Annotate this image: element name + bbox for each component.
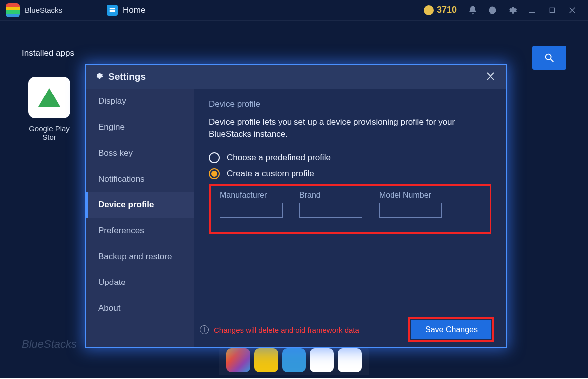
app-name: BlueStacks [25, 6, 62, 14]
svg-point-0 [489, 6, 496, 14]
brand-input[interactable] [299, 203, 362, 218]
manufacturer-label: Manufacturer [220, 191, 283, 200]
dock [219, 345, 369, 375]
warning-row: i Changes will delete android framework … [200, 325, 359, 334]
custom-profile-fields-highlight: Manufacturer Brand Model Number [209, 184, 491, 234]
dock-item[interactable] [282, 348, 306, 372]
app-label: Google Play Stor [22, 124, 77, 141]
dock-item[interactable] [310, 348, 334, 372]
bluestacks-logo-icon [6, 3, 20, 17]
section-title: Device profile [209, 99, 491, 109]
info-icon: i [200, 325, 209, 334]
svg-rect-2 [550, 8, 554, 12]
sidebar-item-about[interactable]: About [86, 295, 194, 321]
bell-icon[interactable] [468, 5, 478, 15]
search-button[interactable] [532, 46, 566, 70]
content-footer: i Changes will delete android framework … [197, 317, 503, 342]
sidebar-item-display[interactable]: Display [86, 89, 194, 114]
modal-header: Settings [86, 65, 506, 89]
sidebar-item-boss-key[interactable]: Boss key [86, 140, 194, 166]
section-description: Device profile lets you set up a device … [209, 116, 491, 140]
globe-icon[interactable] [488, 5, 497, 15]
svg-point-5 [546, 54, 551, 60]
manufacturer-input[interactable] [220, 203, 283, 218]
search-icon [544, 52, 555, 63]
sidebar-item-engine[interactable]: Engine [86, 114, 194, 140]
model-number-input[interactable] [379, 203, 442, 218]
close-window-icon[interactable] [567, 5, 577, 15]
sidebar-item-backup-restore[interactable]: Backup and restore [86, 244, 194, 270]
radio-icon-selected [209, 168, 220, 179]
dock-item[interactable] [338, 348, 362, 372]
radio-label: Create a custom profile [227, 169, 314, 179]
gear-icon [95, 71, 103, 82]
svg-line-6 [551, 59, 554, 62]
warning-text: Changes will delete android framework da… [214, 326, 359, 334]
close-icon[interactable] [485, 70, 497, 83]
home-icon [107, 5, 118, 16]
brand-label: Brand [299, 191, 362, 200]
model-number-label: Model Number [379, 191, 442, 200]
radio-predefined-profile[interactable]: Choose a predefined profile [209, 152, 491, 163]
coin-counter[interactable]: 3710 [424, 5, 457, 15]
settings-modal: Settings Display Engine Boss key Notific… [85, 64, 507, 348]
sidebar-item-preferences[interactable]: Preferences [86, 218, 194, 244]
settings-content: Device profile Device profile lets you s… [194, 89, 506, 347]
titlebar: BlueStacks Home 3710 [0, 0, 588, 21]
dock-item[interactable] [254, 348, 278, 372]
sidebar-item-update[interactable]: Update [86, 270, 194, 295]
modal-title: Settings [108, 71, 146, 82]
sidebar-item-notifications[interactable]: Notifications [86, 166, 194, 192]
app-google-play-store[interactable]: Google Play Stor [22, 77, 77, 141]
tab-home-label: Home [123, 5, 145, 15]
save-changes-button[interactable]: Save Changes [411, 320, 491, 339]
coin-count: 3710 [437, 5, 457, 15]
settings-sidebar: Display Engine Boss key Notifications De… [86, 89, 194, 347]
radio-custom-profile[interactable]: Create a custom profile [209, 168, 491, 179]
installed-apps-label: Installed apps [22, 48, 74, 58]
save-button-highlight: Save Changes [408, 317, 494, 342]
maximize-icon[interactable] [547, 5, 557, 15]
play-store-icon [28, 77, 70, 118]
dock-item[interactable] [226, 348, 250, 372]
sidebar-item-device-profile[interactable]: Device profile [86, 192, 194, 218]
radio-icon [209, 152, 220, 163]
minimize-icon[interactable] [527, 5, 537, 15]
coin-icon [424, 5, 434, 15]
radio-label: Choose a predefined profile [227, 153, 331, 163]
tab-home[interactable]: Home [97, 0, 155, 21]
main-area: Installed apps Google Play Stor BlueStac… [0, 21, 588, 378]
watermark: BlueStacks [22, 338, 77, 351]
gear-icon[interactable] [507, 5, 517, 15]
